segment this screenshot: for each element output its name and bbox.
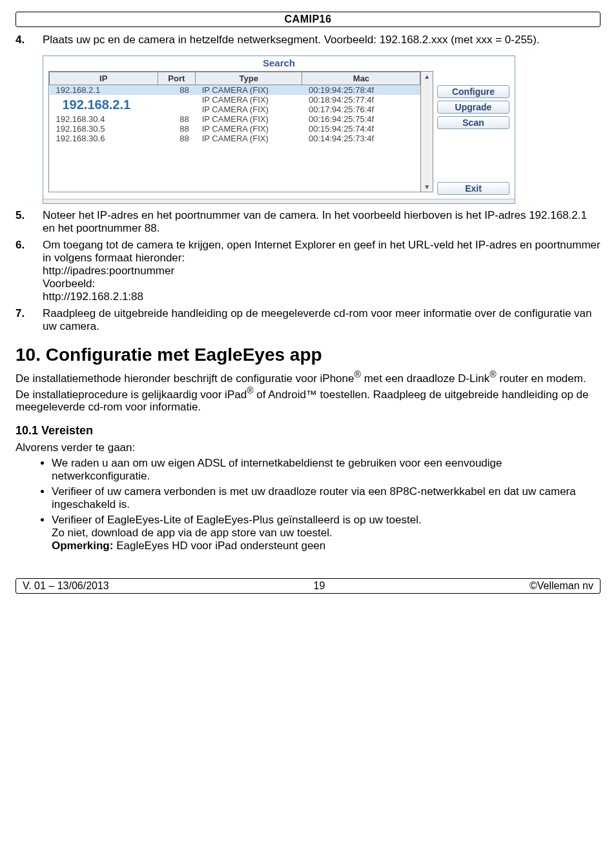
step-num: 4. [15,34,43,46]
step-5: 5. Noteer het IP-adres en het poortnumme… [15,209,601,235]
page-footer: V. 01 – 13/06/2013 19 ©Velleman nv [15,578,601,594]
table-row[interactable]: 192.168.2.1 88 IP CAMERA (FIX) 00:19:94:… [50,85,420,96]
cell-ip: 192.168.30.6 [50,134,158,143]
table-row [50,143,420,153]
example-label: Voorbeeld: [43,278,95,290]
intro-part: De installatiemethode hieronder beschrij… [15,372,354,385]
search-results-table: IP Port Type Mac 192.168.2.1 88 IP CAMER… [49,72,420,192]
cell-type: IP CAMERA (FIX) [196,124,302,134]
step-num: 7. [15,307,43,333]
step-list-continued: 5. Noteer het IP-adres en het poortnumme… [15,209,601,333]
footer-page-number: 19 [314,580,325,592]
bullet-text: Zo niet, download de app via de app stor… [52,527,333,539]
highlighted-ip: 192.168.2.1 [56,97,138,112]
cell-mac: 00:16:94:25:75:4f [302,114,420,124]
cell-port: 88 [158,85,196,96]
table-row [50,182,420,192]
list-item: We raden u aan om uw eigen ADSL of inter… [52,457,601,483]
cell-port: 88 [158,124,196,134]
table-row[interactable]: 192.168.30.6 88 IP CAMERA (FIX) 00:14:94… [50,134,420,143]
step-text: Noteer het IP-adres en het poortnummer v… [43,209,601,235]
cell-type: IP CAMERA (FIX) [196,95,302,105]
panel-footer-bar [43,199,515,203]
step-4: 4. Plaats uw pc en de camera in hetzelfd… [15,34,601,46]
requirements-list: We raden u aan om uw eigen ADSL of inter… [15,457,601,552]
table-row[interactable]: 192.168.30.5 88 IP CAMERA (FIX) 00:15:94… [50,124,420,134]
section-10-intro: De installatiemethode hieronder beschrij… [15,369,601,414]
cell-type: IP CAMERA (FIX) [196,85,302,96]
configure-button[interactable]: Configure [437,85,509,98]
cell-mac: 00:17:94:25:76:4f [302,105,420,114]
table-row[interactable]: 192.168.30.4 88 IP CAMERA (FIX) 00:16:94… [50,114,420,124]
note-label: Opmerking: [52,540,113,552]
section-10-1-lead: Alvorens verder te gaan: [15,441,601,454]
cell-port: 88 [158,114,196,124]
bullet-text: Verifieer of EagleEyes-Lite of EagleEyes… [52,514,422,526]
url-format: http://ipadres:poortnummer [43,265,174,277]
example-url: http://192.168.2.1:88 [43,290,143,303]
scroll-down-icon[interactable]: ▼ [424,182,430,192]
step-num: 5. [15,209,43,235]
scrollbar[interactable]: ▲ ▼ [420,72,433,192]
cell-port: 88 [158,134,196,143]
scan-button[interactable]: Scan [437,116,509,129]
step-text: Om toegang tot de camera te krijgen, ope… [43,239,601,264]
search-screenshot: Search IP Port Type Mac 192.168.2.1 [43,56,601,204]
cell-mac: 00:14:94:25:73:4f [302,134,420,143]
cell-mac: 00:18:94:25:77:4f [302,95,420,105]
cell-ip: 192.168.2.1 [50,85,158,96]
col-type[interactable]: Type [196,72,302,85]
cell-ip: 192.168.30.5 [50,124,158,134]
cell-port [158,105,196,114]
cell-mac: 00:15:94:25:74:4f [302,124,420,134]
cell-type: IP CAMERA (FIX) [196,105,302,114]
step-7: 7. Raadpleeg de uitgebreide handleiding … [15,307,601,333]
section-10-1-heading: 10.1 Vereisten [15,424,601,438]
cell-type: IP CAMERA (FIX) [196,134,302,143]
step-6: 6. Om toegang tot de camera te krijgen, … [15,239,601,303]
cell-mac: 00:19:94:25:78:4f [302,85,420,96]
col-port[interactable]: Port [158,72,196,85]
footer-copyright: ©Velleman nv [529,580,593,592]
table-row[interactable]: 192.168.2.1 IP CAMERA (FIX) 00:18:94:25:… [50,95,420,105]
bullet-text: EagleEyes HD voor iPad ondersteunt geen [113,540,325,552]
upgrade-button[interactable]: Upgrade [437,101,509,114]
exit-button[interactable]: Exit [437,182,509,195]
cell-type: IP CAMERA (FIX) [196,114,302,124]
header-title: CAMIP16 [15,12,601,27]
list-item: Verifieer of uw camera verbonden is met … [52,485,601,511]
scroll-up-icon[interactable]: ▲ [424,72,430,81]
table-row [50,153,420,163]
cell-port [158,95,196,105]
table-row [50,163,420,172]
col-mac[interactable]: Mac [302,72,420,85]
search-window-title: Search [43,56,515,71]
step-num: 6. [15,239,43,303]
step-list: 4. Plaats uw pc en de camera in hetzelfd… [15,34,601,46]
table-row [50,172,420,182]
cell-ip: 192.168.30.4 [50,114,158,124]
step-text: Raadpleeg de uitgebreide handleiding op … [43,307,601,333]
step-text: Plaats uw pc en de camera in hetzelfde n… [43,34,601,46]
section-10-heading: 10. Configuratie met EagleEyes app [15,345,601,365]
list-item: Verifieer of EagleEyes-Lite of EagleEyes… [52,514,601,552]
col-ip[interactable]: IP [50,72,158,85]
intro-part: met een draadloze D-Link [361,372,489,385]
footer-version: V. 01 – 13/06/2013 [23,580,109,592]
